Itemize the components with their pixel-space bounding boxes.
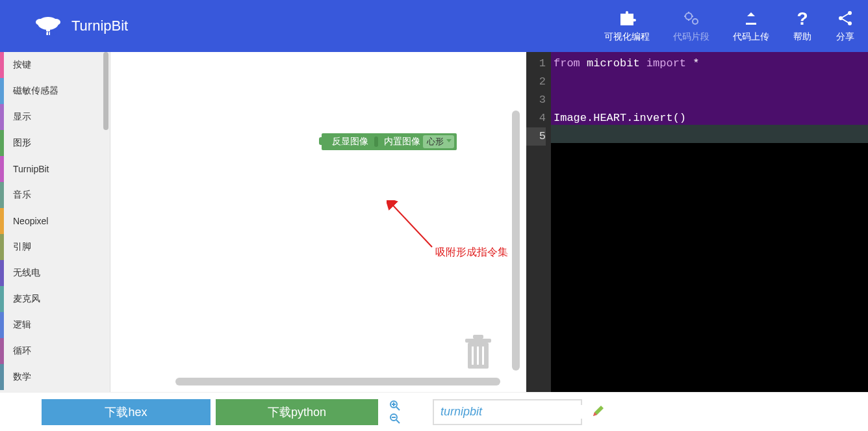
sidebar-item-label: 无线电 — [13, 267, 40, 279]
logo-area: turnip TurnipBit — [32, 13, 128, 39]
sidebar-item[interactable]: 按键 — [0, 52, 110, 78]
category-color-bar — [0, 182, 4, 208]
sidebar-item-label: 图形 — [13, 137, 31, 149]
sidebar-item-label: 磁敏传感器 — [13, 85, 58, 97]
block-invert-image[interactable]: 反显图像 内置图像 心形 — [322, 133, 457, 150]
workspace[interactable]: 反显图像 内置图像 心形 吸附形成指令集 — [110, 52, 526, 392]
line-number: 1 — [526, 55, 546, 73]
workspace-scrollbar-v[interactable] — [512, 111, 520, 371]
zoom-in-icon[interactable] — [389, 400, 402, 411]
nav-label: 代码片段 — [673, 31, 709, 43]
svg-rect-16 — [477, 346, 479, 365]
gears-icon — [682, 9, 701, 27]
sidebar-item[interactable]: 无线电 — [0, 260, 110, 286]
trash-icon[interactable] — [463, 335, 494, 374]
header: turnip TurnipBit 可视化编程 代码片段 代码上传 ? — [0, 0, 868, 52]
category-color-bar — [0, 104, 4, 130]
annotation-text: 吸附形成指令集 — [435, 246, 508, 259]
category-color-bar — [0, 286, 4, 312]
svg-rect-17 — [482, 346, 484, 365]
code-line — [554, 91, 868, 109]
category-color-bar — [0, 312, 4, 338]
sidebar-item[interactable]: 显示 — [0, 104, 110, 130]
nav-visual-programming[interactable]: 可视化编程 — [604, 9, 650, 43]
svg-rect-14 — [473, 335, 483, 339]
download-python-button[interactable]: 下载python — [216, 399, 378, 425]
filename-box — [433, 399, 582, 425]
code-line: Image.HEART.invert() — [554, 109, 868, 127]
sidebar-item-label: 循环 — [13, 345, 31, 357]
svg-point-1 — [36, 19, 45, 25]
block-dropdown[interactable]: 心形 — [423, 135, 454, 148]
svg-rect-13 — [465, 339, 491, 343]
category-color-bar — [0, 156, 4, 182]
svg-line-11 — [392, 204, 432, 247]
block-left-label: 反显图像 — [332, 136, 368, 148]
nav-code-upload[interactable]: 代码上传 — [733, 9, 769, 43]
nav-label: 帮助 — [793, 31, 811, 43]
nav-menu: 可视化编程 代码片段 代码上传 ? 帮助 分享 — [604, 9, 855, 43]
svg-point-2 — [51, 19, 60, 25]
logo-text: TurnipBit — [71, 18, 128, 34]
sidebar-item[interactable]: 数学 — [0, 364, 110, 390]
category-color-bar — [0, 208, 4, 234]
category-color-bar — [0, 130, 4, 156]
line-number: 5 — [526, 127, 546, 146]
scrollbar[interactable] — [103, 52, 108, 130]
block-right-label: 内置图像 — [384, 136, 420, 148]
category-color-bar — [0, 78, 4, 104]
sidebar-item-label: 逻辑 — [13, 319, 31, 331]
sidebar-item-label: 按键 — [13, 59, 31, 71]
code-editor[interactable]: 12345 from microbit import *Image.HEART.… — [526, 52, 868, 392]
share-icon — [836, 9, 855, 27]
zoom-controls — [389, 400, 402, 424]
sidebar-item[interactable]: 引脚 — [0, 234, 110, 260]
svg-point-6 — [693, 19, 698, 24]
nav-share[interactable]: 分享 — [836, 9, 855, 43]
category-color-bar — [0, 52, 4, 78]
sidebar-item[interactable]: Neopixel — [0, 208, 110, 234]
line-number: 3 — [526, 91, 546, 109]
nav-code-snippet[interactable]: 代码片段 — [673, 9, 709, 43]
category-color-bar — [0, 338, 4, 364]
svg-text:turnip: turnip — [39, 29, 57, 36]
upload-icon — [741, 9, 761, 27]
sidebar-item[interactable]: 逻辑 — [0, 312, 110, 338]
line-number: 2 — [526, 73, 546, 91]
sidebar-item-label: 显示 — [13, 111, 31, 123]
sidebar-item-label: Neopixel — [13, 216, 48, 226]
sidebar-item[interactable]: 麦克风 — [0, 286, 110, 312]
sidebar-item-label: 引脚 — [13, 241, 31, 253]
line-number: 4 — [526, 109, 546, 127]
annotation-arrow-icon — [387, 200, 439, 252]
nav-help[interactable]: ? 帮助 — [793, 9, 812, 43]
category-color-bar — [0, 234, 4, 260]
svg-rect-15 — [472, 346, 474, 365]
workspace-scrollbar-h[interactable] — [175, 378, 500, 385]
zoom-out-icon[interactable] — [389, 413, 402, 424]
turnip-logo-icon: turnip — [32, 13, 64, 39]
footer: 下载hex 下载python — [0, 392, 868, 431]
nav-label: 可视化编程 — [604, 31, 650, 43]
sidebar-item-label: 数学 — [13, 371, 31, 383]
sidebar-item[interactable]: 循环 — [0, 338, 110, 364]
main: 按键磁敏传感器显示图形TurnipBit音乐Neopixel引脚无线电麦克风逻辑… — [0, 52, 868, 392]
code-area[interactable]: from microbit import *Image.HEART.invert… — [551, 52, 868, 392]
question-icon: ? — [793, 9, 812, 27]
category-color-bar — [0, 260, 4, 286]
sidebar-item-label: TurnipBit — [13, 164, 49, 174]
gutter: 12345 — [526, 52, 551, 392]
category-color-bar — [0, 364, 4, 390]
pencil-icon[interactable] — [592, 404, 605, 420]
sidebar-item[interactable]: 图形 — [0, 130, 110, 156]
sidebar-item-label: 音乐 — [13, 189, 31, 201]
download-hex-button[interactable]: 下载hex — [42, 399, 211, 425]
code-line — [554, 73, 868, 91]
sidebar-item[interactable]: 音乐 — [0, 182, 110, 208]
sidebar: 按键磁敏传感器显示图形TurnipBit音乐Neopixel引脚无线电麦克风逻辑… — [0, 52, 110, 392]
sidebar-item[interactable]: 磁敏传感器 — [0, 78, 110, 104]
puzzle-icon — [617, 9, 637, 27]
sidebar-item[interactable]: TurnipBit — [0, 156, 110, 182]
svg-text:?: ? — [797, 9, 808, 27]
filename-input[interactable] — [440, 405, 592, 419]
